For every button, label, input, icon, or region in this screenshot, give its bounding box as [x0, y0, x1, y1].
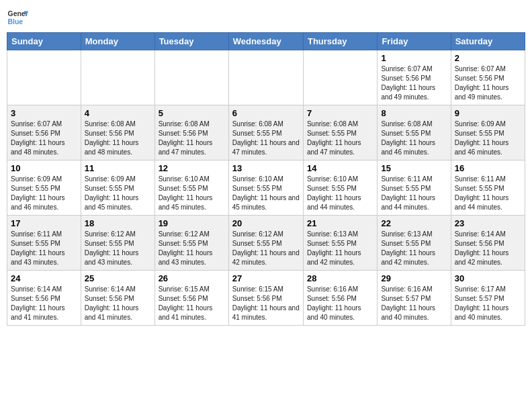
calendar-week-2: 3 Sunrise: 6:07 AMSunset: 5:56 PMDayligh…	[7, 105, 525, 161]
logo: General Blue	[7, 7, 28, 28]
day-info: Sunrise: 6:17 AMSunset: 5:57 PMDaylight:…	[455, 285, 509, 321]
calendar-cell: 3 Sunrise: 6:07 AMSunset: 5:56 PMDayligh…	[7, 105, 81, 161]
calendar-header-saturday: Saturday	[451, 33, 525, 50]
calendar-cell: 30 Sunrise: 6:17 AMSunset: 5:57 PMDaylig…	[451, 271, 525, 326]
day-info: Sunrise: 6:09 AMSunset: 5:55 PMDaylight:…	[455, 120, 509, 156]
day-info: Sunrise: 6:11 AMSunset: 5:55 PMDaylight:…	[381, 175, 435, 211]
day-info: Sunrise: 6:14 AMSunset: 5:56 PMDaylight:…	[85, 285, 139, 321]
calendar-cell: 1 Sunrise: 6:07 AMSunset: 5:56 PMDayligh…	[378, 50, 451, 105]
calendar-cell	[81, 50, 154, 105]
day-number: 29	[381, 273, 447, 283]
day-info: Sunrise: 6:08 AMSunset: 5:56 PMDaylight:…	[85, 120, 139, 156]
day-info: Sunrise: 6:11 AMSunset: 5:55 PMDaylight:…	[455, 175, 509, 211]
calendar-cell: 14 Sunrise: 6:10 AMSunset: 5:55 PMDaylig…	[303, 161, 377, 216]
calendar-cell: 13 Sunrise: 6:10 AMSunset: 5:55 PMDaylig…	[228, 161, 303, 216]
day-info: Sunrise: 6:13 AMSunset: 5:55 PMDaylight:…	[381, 230, 435, 266]
day-number: 25	[85, 273, 151, 283]
day-info: Sunrise: 6:07 AMSunset: 5:56 PMDaylight:…	[381, 65, 435, 101]
day-number: 22	[381, 218, 447, 228]
calendar-cell: 28 Sunrise: 6:16 AMSunset: 5:56 PMDaylig…	[303, 271, 377, 326]
day-info: Sunrise: 6:16 AMSunset: 5:57 PMDaylight:…	[381, 285, 435, 321]
calendar-header-wednesday: Wednesday	[228, 33, 303, 50]
day-info: Sunrise: 6:10 AMSunset: 5:55 PMDaylight:…	[159, 175, 213, 211]
calendar-cell: 4 Sunrise: 6:08 AMSunset: 5:56 PMDayligh…	[81, 105, 154, 161]
day-number: 3	[11, 108, 77, 118]
day-number: 6	[232, 108, 300, 118]
day-info: Sunrise: 6:12 AMSunset: 5:55 PMDaylight:…	[85, 230, 139, 266]
calendar-cell: 29 Sunrise: 6:16 AMSunset: 5:57 PMDaylig…	[378, 271, 451, 326]
calendar-cell: 15 Sunrise: 6:11 AMSunset: 5:55 PMDaylig…	[378, 161, 451, 216]
day-number: 30	[455, 273, 521, 283]
day-number: 2	[455, 53, 521, 63]
day-info: Sunrise: 6:08 AMSunset: 5:55 PMDaylight:…	[307, 120, 361, 156]
day-number: 13	[232, 163, 300, 173]
day-info: Sunrise: 6:15 AMSunset: 5:56 PMDaylight:…	[232, 285, 300, 321]
day-info: Sunrise: 6:07 AMSunset: 5:56 PMDaylight:…	[11, 120, 65, 156]
day-number: 9	[455, 108, 521, 118]
calendar-cell: 9 Sunrise: 6:09 AMSunset: 5:55 PMDayligh…	[451, 105, 525, 161]
calendar-cell: 10 Sunrise: 6:09 AMSunset: 5:55 PMDaylig…	[7, 161, 81, 216]
day-number: 15	[381, 163, 447, 173]
calendar-header-tuesday: Tuesday	[154, 33, 228, 50]
calendar-cell	[7, 50, 81, 105]
day-number: 26	[159, 273, 225, 283]
day-info: Sunrise: 6:14 AMSunset: 5:56 PMDaylight:…	[455, 230, 509, 266]
calendar-cell: 18 Sunrise: 6:12 AMSunset: 5:55 PMDaylig…	[81, 216, 154, 271]
day-info: Sunrise: 6:14 AMSunset: 5:56 PMDaylight:…	[11, 285, 65, 321]
day-number: 28	[307, 273, 373, 283]
day-info: Sunrise: 6:10 AMSunset: 5:55 PMDaylight:…	[232, 175, 300, 211]
day-number: 21	[307, 218, 373, 228]
calendar-cell: 24 Sunrise: 6:14 AMSunset: 5:56 PMDaylig…	[7, 271, 81, 326]
day-number: 5	[159, 108, 225, 118]
calendar-cell: 7 Sunrise: 6:08 AMSunset: 5:55 PMDayligh…	[303, 105, 377, 161]
day-info: Sunrise: 6:11 AMSunset: 5:55 PMDaylight:…	[11, 230, 65, 266]
day-info: Sunrise: 6:12 AMSunset: 5:55 PMDaylight:…	[159, 230, 213, 266]
day-number: 11	[85, 163, 151, 173]
day-number: 1	[381, 53, 447, 63]
day-number: 12	[159, 163, 225, 173]
svg-text:Blue: Blue	[8, 18, 24, 26]
calendar-cell	[228, 50, 303, 105]
calendar-week-5: 24 Sunrise: 6:14 AMSunset: 5:56 PMDaylig…	[7, 271, 525, 326]
day-number: 23	[455, 218, 521, 228]
calendar-week-4: 17 Sunrise: 6:11 AMSunset: 5:55 PMDaylig…	[7, 216, 525, 271]
calendar-cell	[154, 50, 228, 105]
day-number: 14	[307, 163, 373, 173]
day-info: Sunrise: 6:16 AMSunset: 5:56 PMDaylight:…	[307, 285, 361, 321]
calendar-cell: 22 Sunrise: 6:13 AMSunset: 5:55 PMDaylig…	[378, 216, 451, 271]
day-number: 20	[232, 218, 300, 228]
calendar-cell: 23 Sunrise: 6:14 AMSunset: 5:56 PMDaylig…	[451, 216, 525, 271]
calendar-cell: 11 Sunrise: 6:09 AMSunset: 5:55 PMDaylig…	[81, 161, 154, 216]
day-info: Sunrise: 6:13 AMSunset: 5:55 PMDaylight:…	[307, 230, 361, 266]
day-number: 17	[11, 218, 77, 228]
day-number: 18	[85, 218, 151, 228]
calendar-week-1: 1 Sunrise: 6:07 AMSunset: 5:56 PMDayligh…	[7, 50, 525, 105]
day-number: 7	[307, 108, 373, 118]
calendar-header-sunday: Sunday	[7, 33, 81, 50]
day-info: Sunrise: 6:15 AMSunset: 5:56 PMDaylight:…	[159, 285, 213, 321]
day-info: Sunrise: 6:07 AMSunset: 5:56 PMDaylight:…	[455, 65, 509, 101]
day-info: Sunrise: 6:09 AMSunset: 5:55 PMDaylight:…	[11, 175, 65, 211]
calendar-cell: 21 Sunrise: 6:13 AMSunset: 5:55 PMDaylig…	[303, 216, 377, 271]
calendar-cell: 19 Sunrise: 6:12 AMSunset: 5:55 PMDaylig…	[154, 216, 228, 271]
calendar-cell: 27 Sunrise: 6:15 AMSunset: 5:56 PMDaylig…	[228, 271, 303, 326]
day-info: Sunrise: 6:10 AMSunset: 5:55 PMDaylight:…	[307, 175, 361, 211]
day-number: 27	[232, 273, 300, 283]
day-info: Sunrise: 6:08 AMSunset: 5:55 PMDaylight:…	[381, 120, 435, 156]
calendar-header-thursday: Thursday	[303, 33, 377, 50]
calendar-table: SundayMondayTuesdayWednesdayThursdayFrid…	[7, 32, 525, 326]
logo-icon: General Blue	[7, 7, 28, 28]
page-header: General Blue	[7, 7, 525, 28]
day-info: Sunrise: 6:08 AMSunset: 5:56 PMDaylight:…	[159, 120, 213, 156]
calendar-cell: 20 Sunrise: 6:12 AMSunset: 5:55 PMDaylig…	[228, 216, 303, 271]
calendar-header-row: SundayMondayTuesdayWednesdayThursdayFrid…	[7, 33, 525, 50]
calendar-header-monday: Monday	[81, 33, 154, 50]
day-number: 10	[11, 163, 77, 173]
calendar-cell: 25 Sunrise: 6:14 AMSunset: 5:56 PMDaylig…	[81, 271, 154, 326]
calendar-header-friday: Friday	[378, 33, 451, 50]
day-number: 4	[85, 108, 151, 118]
calendar-cell: 17 Sunrise: 6:11 AMSunset: 5:55 PMDaylig…	[7, 216, 81, 271]
calendar-cell: 8 Sunrise: 6:08 AMSunset: 5:55 PMDayligh…	[378, 105, 451, 161]
day-info: Sunrise: 6:08 AMSunset: 5:55 PMDaylight:…	[232, 120, 300, 156]
calendar-cell: 6 Sunrise: 6:08 AMSunset: 5:55 PMDayligh…	[228, 105, 303, 161]
